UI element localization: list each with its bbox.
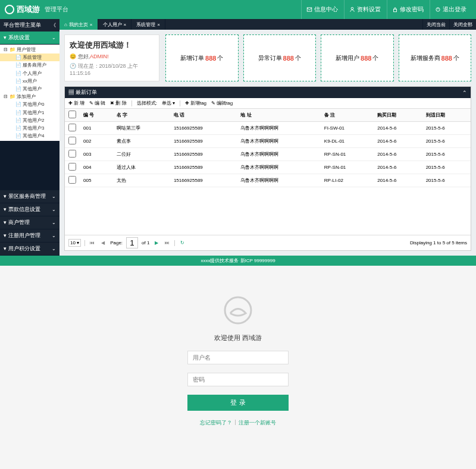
pager-refresh[interactable]: ↻	[178, 240, 186, 245]
logo-icon	[5, 5, 14, 14]
tree-other-user-a[interactable]: 📄 其他用户	[0, 85, 60, 93]
row-check[interactable]	[68, 176, 76, 184]
close-all-tabs[interactable]: 关闭全部	[449, 19, 476, 30]
close-current-tab[interactable]: 关闭当前	[422, 19, 449, 30]
register-link[interactable]: 注册一个新账号	[239, 419, 276, 427]
stat-new-orders: 新增订单 888 个	[165, 34, 239, 81]
orders-grid: ▦ 最新订单 ⌃ ✚ 新 增 ✎ 编 辑 ✖ 删 除 选择模式: 单选 ▾ ✚ …	[64, 86, 471, 251]
tree-other-1[interactable]: 📄 其他用户1	[0, 109, 60, 117]
footer: xxxx提供技术服务 新ICP 99999999	[0, 256, 476, 266]
accordion-system[interactable]: ▾ 系统设置⌄	[0, 32, 60, 45]
tree-xx-user[interactable]: 📄 xx用户	[0, 77, 60, 85]
table-row[interactable]: 003二位好15166925589乌鲁木齐啊啊啊啊RP-SN-012014-5-…	[65, 148, 471, 161]
tab-home[interactable]: ⌂我的主页×	[60, 19, 98, 30]
pager-page-input[interactable]	[126, 237, 138, 248]
tree-service-user[interactable]: 📄 服务商用户	[0, 61, 60, 69]
welcome-title: 欢迎使用西域游！	[70, 40, 154, 51]
tree-other-3[interactable]: 📄 其他用户3	[0, 124, 60, 132]
stat-new-users: 新增用户 888 个	[321, 34, 394, 81]
accordion-merchant[interactable]: ▾ 商户管理⌄	[0, 216, 60, 229]
stat-new-providers: 新增服务商 888 个	[399, 34, 472, 81]
tree-user-mgmt[interactable]: ⊟📁 用户管理	[0, 46, 60, 53]
svg-rect-2	[394, 9, 397, 11]
stat-error-orders: 异常订单 888 个	[243, 34, 317, 81]
table-row[interactable]: 004通过人体15166925589乌鲁木齐啊啊啊啊RP-SN-012014-5…	[65, 161, 471, 174]
col-addr[interactable]: 地 址	[237, 109, 320, 122]
login-button[interactable]: 登 录	[187, 395, 289, 411]
close-icon[interactable]: ×	[90, 22, 93, 27]
top-header: 西域游 管理平台 信息中心 资料设置 修改密码 退出登录	[0, 0, 476, 19]
tree-add-user[interactable]: ⊟📁 添加用户	[0, 93, 60, 100]
pager-prev[interactable]: ◀	[99, 240, 107, 245]
username-input[interactable]	[187, 351, 289, 364]
sel-mode-dropdown[interactable]: 单选 ▾	[162, 100, 175, 106]
tab-sysmgmt[interactable]: 系统管理×	[131, 19, 165, 30]
content-area: ⌂我的主页× 个人用户× 系统管理× 关闭当前 关闭全部 欢迎使用西域游！ 😊 …	[60, 19, 476, 256]
collapse-icon[interactable]: 《	[51, 22, 56, 29]
btn-addtag[interactable]: ✚ 新增tag	[185, 100, 206, 106]
tree-other-2[interactable]: 📄 其他用户2	[0, 117, 60, 124]
login-links: 忘记密码了？ | 注册一个新账号	[200, 419, 275, 427]
welcome-greeting: 😊 您好,ADMIN!	[70, 53, 154, 61]
nav-logout[interactable]: 退出登录	[430, 0, 471, 19]
sidebar: 平台管理主菜单 《 ▾ 系统设置⌄ ⊟📁 用户管理 📄 系统管理 📄 服务商用户…	[0, 19, 60, 256]
tree-personal-user[interactable]: 📄 个人用户	[0, 70, 60, 77]
col-name[interactable]: 名 字	[113, 109, 170, 122]
table-row[interactable]: 002素点事15166925589乌鲁木齐啊啊啊啊K9-DL-012014-5-…	[65, 135, 471, 148]
col-id[interactable]: 编 号	[80, 109, 113, 122]
btn-edit[interactable]: ✎ 编 辑	[89, 100, 105, 106]
svg-point-1	[351, 7, 353, 10]
sel-mode-label: 选择模式:	[137, 100, 157, 106]
forgot-password-link[interactable]: 忘记密码了？	[200, 419, 232, 427]
home-icon: ⌂	[64, 22, 67, 27]
svg-rect-0	[307, 8, 312, 11]
nav-tree: ⊟📁 用户管理 📄 系统管理 📄 服务商用户 📄 个人用户 📄 xx用户 📄 其…	[0, 45, 60, 141]
page-size[interactable]: 10 ▾	[68, 239, 81, 247]
table-row[interactable]: 001啊哒第三季15166925589乌鲁木齐啊啊啊啊FI-SW-012014-…	[65, 122, 471, 135]
pager-next[interactable]: ▶	[153, 240, 160, 245]
collapse-icon[interactable]: ⌃	[462, 90, 467, 96]
user-icon	[349, 7, 355, 12]
header-nav: 信息中心 资料设置 修改密码 退出登录	[301, 0, 471, 19]
mail-icon	[306, 7, 312, 12]
close-icon[interactable]: ×	[157, 22, 160, 27]
check-all[interactable]	[68, 111, 76, 118]
close-icon[interactable]: ×	[124, 22, 127, 27]
sidebar-title: 平台管理主菜单 《	[0, 19, 60, 32]
col-due[interactable]: 到适日期	[422, 109, 471, 122]
tree-sys-mgmt[interactable]: 📄 系统管理	[0, 53, 60, 61]
row-check[interactable]	[68, 124, 76, 131]
pager-info: Displaying 1 to 5 of 5 items	[410, 240, 467, 245]
password-input[interactable]	[187, 373, 289, 386]
accordion-reg[interactable]: ▾ 注册用户管理⌄	[0, 229, 60, 243]
pager: 10 ▾ ⏮ ◀ Page: of 1 ▶ ⏭ ↻ Displaying 1 t…	[65, 235, 471, 250]
login-logo-icon	[223, 295, 253, 325]
row-check[interactable]	[68, 150, 76, 158]
data-table: 编 号 名 字 电 话 地 址 备 注 购买日期 到适日期 001啊哒第三季15…	[65, 109, 471, 187]
accordion-ticket[interactable]: ▾ 票款信息设置⌄	[0, 203, 60, 216]
col-phone[interactable]: 电 话	[170, 109, 237, 122]
table-row[interactable]: 005太热15166925589乌鲁木齐啊啊啊啊RP-LI-022014-5-6…	[65, 174, 471, 187]
tree-other-4[interactable]: 📄 其他用户4	[0, 132, 60, 140]
welcome-card: 欢迎使用西域游！ 😊 您好,ADMIN! 🕐 现在是：2018/10/28 上午…	[64, 34, 159, 81]
btn-delete[interactable]: ✖ 删 除	[110, 100, 126, 106]
accordion-scenic[interactable]: ▾ 景区服务商管理⌄	[0, 190, 60, 203]
btn-edittag[interactable]: ✎ 编辑tag	[211, 100, 233, 106]
welcome-time: 🕐 现在是：2018/10/28 上午11:15:16	[70, 62, 154, 76]
pager-first[interactable]: ⏮	[89, 240, 96, 245]
tab-personal[interactable]: 个人用户×	[98, 19, 132, 30]
col-remark[interactable]: 备 注	[321, 109, 374, 122]
row-check[interactable]	[68, 163, 76, 171]
col-buy[interactable]: 购买日期	[374, 109, 422, 122]
grid-title-bar: ▦ 最新订单 ⌃	[65, 87, 471, 98]
nav-profile[interactable]: 资料设置	[344, 0, 386, 19]
pager-last[interactable]: ⏭	[164, 240, 171, 245]
row-check[interactable]	[68, 137, 76, 144]
brand-logo: 西域游 管理平台	[5, 4, 68, 15]
nav-password[interactable]: 修改密码	[387, 0, 428, 19]
btn-add[interactable]: ✚ 新 增	[68, 100, 84, 106]
tree-other-0[interactable]: 📄 其他用户0	[0, 100, 60, 108]
accordion-points[interactable]: ▾ 用户积分设置⌄	[0, 243, 60, 256]
brand-text: 西域游	[17, 4, 40, 15]
nav-messages[interactable]: 信息中心	[301, 0, 343, 19]
